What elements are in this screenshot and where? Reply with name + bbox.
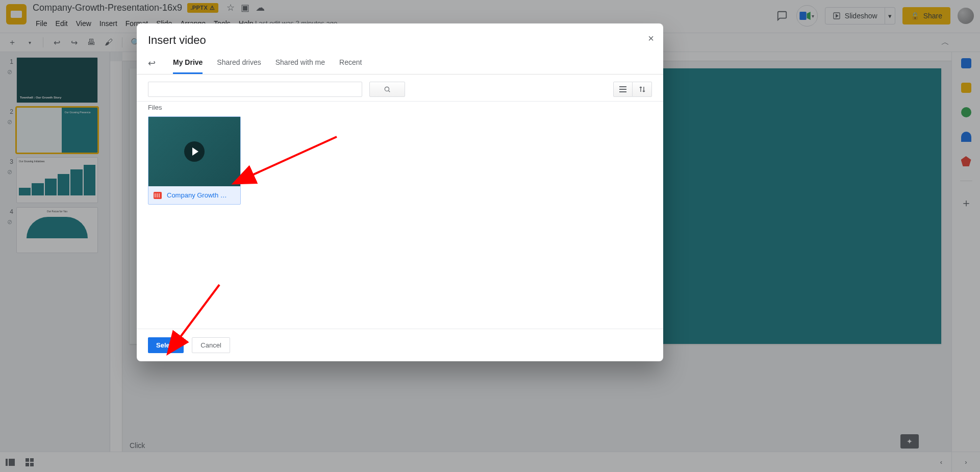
close-icon[interactable]: ×	[648, 33, 654, 44]
insert-video-modal: Insert video × ↩ My Drive Shared drives …	[137, 23, 663, 52]
modal-title: Insert video	[137, 34, 663, 52]
